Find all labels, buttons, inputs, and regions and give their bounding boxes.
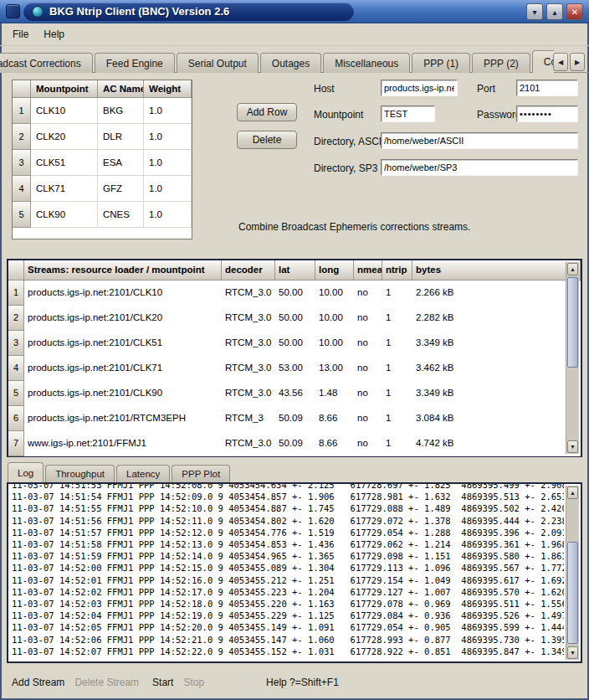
add-stream-button[interactable]: Add Stream <box>12 675 64 690</box>
stream-lat: 43.56 <box>275 381 315 406</box>
stream-row-number[interactable]: 3 <box>8 331 24 356</box>
log-line: 11-03-07 14:52:00 FFMJ1 PPP 14:52:15.0 9… <box>12 562 564 574</box>
close-button[interactable]: ✕ <box>566 3 583 20</box>
mountpoint-cell[interactable]: CLK10 <box>31 98 98 124</box>
directory-sp3-input[interactable] <box>381 159 578 176</box>
stream-row-number[interactable]: 5 <box>8 381 24 406</box>
stream-source: products.igs-ip.net:2101/CLK90 <box>24 381 222 406</box>
directory-ascii-input[interactable] <box>381 132 578 149</box>
stream-row-number[interactable]: 6 <box>8 406 24 431</box>
host-input[interactable] <box>381 80 458 96</box>
tab-throughput[interactable]: Throughput <box>45 465 115 482</box>
stream-row-number[interactable]: 1 <box>8 281 24 306</box>
stream-bytes: 2.266 kB <box>412 281 581 306</box>
row-number[interactable]: 2 <box>13 124 31 150</box>
tab-outages[interactable]: Outages <box>260 53 321 73</box>
mountpoint-cell[interactable]: CLK90 <box>31 202 98 228</box>
stream-decoder: RTCM_3.0 <box>222 281 275 306</box>
password-label: Password <box>477 109 521 121</box>
delete-button[interactable]: Delete <box>237 131 297 149</box>
scrollbar-thumb[interactable] <box>567 277 578 368</box>
stream-row-number[interactable]: 4 <box>8 356 24 381</box>
start-button[interactable]: Start <box>152 675 173 690</box>
scroll-down-icon[interactable]: ▼ <box>567 440 578 453</box>
menu-help[interactable]: Help <box>36 25 72 44</box>
stream-row[interactable]: 3 products.igs-ip.net:2101/CLK51 RTCM_3.… <box>8 331 581 356</box>
stream-row-number[interactable]: 7 <box>8 431 24 456</box>
stream-row[interactable]: 6 products.igs-ip.net:2101/RTCM3EPH RTCM… <box>8 406 581 431</box>
maximize-button[interactable]: ▴ <box>546 3 563 20</box>
window-menu-icon[interactable] <box>6 4 20 18</box>
combination-table-row: 4 CLK71 GFZ 1.0 <box>13 176 192 202</box>
mountpoint-input[interactable] <box>381 106 435 122</box>
ac-name-cell[interactable]: CNES <box>98 202 144 228</box>
log-line: 11-03-07 14:52:07 FFMJ1 PPP 14:52:22.0 9… <box>12 646 564 657</box>
mountpoint-cell[interactable]: CLK71 <box>31 176 98 202</box>
weight-cell[interactable]: 1.0 <box>144 150 192 176</box>
tab-serial-output[interactable]: Serial Output <box>177 53 259 73</box>
weight-cell[interactable]: 1.0 <box>144 176 192 202</box>
row-number[interactable]: 3 <box>13 150 31 176</box>
ac-name-cell[interactable]: ESA <box>98 150 144 176</box>
stream-nmea: no <box>354 306 382 331</box>
menu-file[interactable]: File <box>5 25 36 44</box>
delete-stream-button[interactable]: Delete Stream <box>74 675 139 690</box>
port-input[interactable] <box>516 80 578 96</box>
stream-row[interactable]: 7 www.igs-ip.net:2101/FFMJ1 RTCM_3.0 50.… <box>8 431 581 456</box>
password-input[interactable] <box>516 106 578 122</box>
weight-cell[interactable]: 1.0 <box>144 202 192 228</box>
stream-ntrip: 1 <box>382 381 412 406</box>
tab-ppp-1[interactable]: PPP (1) <box>412 53 470 73</box>
ac-name-cell[interactable]: DLR <box>98 124 144 150</box>
scroll-up-icon[interactable]: ▲ <box>567 486 578 499</box>
scroll-up-icon[interactable]: ▲ <box>567 263 578 275</box>
stream-row[interactable]: 1 products.igs-ip.net:2101/CLK10 RTCM_3.… <box>8 281 581 306</box>
log-output[interactable]: 11-03-07 14:51:53 FFMJ1 PPP 14:52:08.0 9… <box>7 482 582 663</box>
stream-nmea: no <box>354 356 382 381</box>
log-line: 11-03-07 14:52:06 FFMJ1 PPP 14:52:21.0 9… <box>12 634 564 646</box>
tab-combination[interactable]: Combination <box>532 50 554 73</box>
stream-row[interactable]: 2 products.igs-ip.net:2101/CLK20 RTCM_3.… <box>8 306 581 331</box>
log-scrollbar[interactable]: ▲ ▼ <box>566 486 579 660</box>
scrollbar-thumb[interactable] <box>567 542 578 644</box>
row-number[interactable]: 4 <box>13 176 31 202</box>
tab-ppp-plot[interactable]: PPP Plot <box>172 465 230 482</box>
ac-name-cell[interactable]: BKG <box>98 98 144 124</box>
log-line: 11-03-07 14:51:58 FFMJ1 PPP 14:52:13.0 9… <box>12 538 564 550</box>
tab-ppp-2[interactable]: PPP (2) <box>472 53 530 73</box>
header-nmea: nmea <box>354 260 382 281</box>
stream-row[interactable]: 5 products.igs-ip.net:2101/CLK90 RTCM_3.… <box>8 381 581 406</box>
stream-long: 10.00 <box>315 281 354 306</box>
tab-scroll-right-icon[interactable]: ▶ <box>570 53 585 71</box>
tab-log[interactable]: Log <box>8 462 44 482</box>
tab-broadcast-corrections[interactable]: Broadcast Corrections <box>0 53 93 73</box>
log-line: 11-03-07 14:52:05 FFMJ1 PPP 14:52:20.0 9… <box>12 621 564 633</box>
stop-button[interactable]: Stop <box>183 675 204 690</box>
tab-feed-engine[interactable]: Feed Engine <box>95 53 175 73</box>
log-line: 11-03-07 14:52:02 FFMJ1 PPP 14:52:17.0 9… <box>12 586 564 598</box>
mountpoint-label: Mountpoint <box>314 109 363 121</box>
help-button[interactable]: Help ?=Shift+F1 <box>266 675 339 690</box>
row-number[interactable]: 1 <box>13 98 31 124</box>
mountpoint-cell[interactable]: CLK20 <box>31 124 98 150</box>
tab-scroll-left-icon[interactable]: ◀ <box>553 53 568 71</box>
ac-name-cell[interactable]: GFZ <box>98 176 144 202</box>
mountpoint-cell[interactable]: CLK51 <box>31 150 98 176</box>
streams-scrollbar[interactable]: ▲ ▼ <box>566 262 579 454</box>
weight-cell[interactable]: 1.0 <box>144 124 192 150</box>
tab-miscellaneous[interactable]: Miscellaneous <box>323 53 410 73</box>
bnc-window: BKG Ntrip Client (BNC) Version 2.6 ▾ ▴ ✕… <box>0 0 589 700</box>
stream-lat: 50.09 <box>275 431 315 456</box>
stream-decoder: RTCM_3.0 <box>222 381 275 406</box>
row-number[interactable]: 5 <box>13 202 31 228</box>
stream-row-number[interactable]: 2 <box>8 306 24 331</box>
port-label: Port <box>477 83 495 95</box>
add-row-button[interactable]: Add Row <box>237 103 297 121</box>
titlebar[interactable]: BKG Ntrip Client (BNC) Version 2.6 ▾ ▴ ✕ <box>0 0 589 23</box>
scroll-down-icon[interactable]: ▼ <box>567 646 578 659</box>
stream-row[interactable]: 4 products.igs-ip.net:2101/CLK71 RTCM_3.… <box>8 356 581 381</box>
stream-ntrip: 1 <box>382 331 412 356</box>
minimize-button[interactable]: ▾ <box>526 3 543 20</box>
tab-latency[interactable]: Latency <box>116 465 170 482</box>
weight-cell[interactable]: 1.0 <box>144 98 192 124</box>
